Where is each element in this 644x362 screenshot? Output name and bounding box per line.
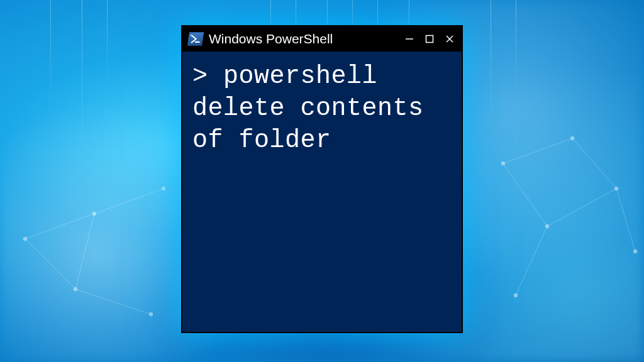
svg-line-10 — [503, 138, 572, 163]
svg-rect-23 — [426, 36, 433, 43]
titlebar[interactable]: Windows PowerShell — [182, 26, 462, 52]
svg-point-7 — [74, 287, 77, 291]
svg-line-2 — [75, 289, 151, 314]
svg-line-15 — [616, 189, 635, 251]
svg-point-8 — [149, 312, 153, 316]
svg-point-20 — [514, 293, 518, 297]
svg-line-4 — [94, 189, 164, 214]
command-text: powershell delete contents of folder — [192, 62, 424, 155]
svg-line-1 — [75, 214, 94, 289]
svg-line-12 — [503, 163, 547, 226]
svg-point-6 — [92, 212, 96, 216]
svg-line-0 — [25, 214, 94, 239]
svg-point-21 — [633, 250, 637, 253]
svg-point-9 — [162, 187, 165, 190]
close-button[interactable] — [444, 33, 455, 45]
minimize-button[interactable] — [404, 33, 415, 45]
svg-point-5 — [23, 237, 27, 241]
svg-line-11 — [572, 138, 616, 189]
svg-line-14 — [516, 226, 547, 295]
svg-point-18 — [614, 187, 618, 190]
maximize-button[interactable] — [424, 33, 435, 45]
svg-point-17 — [570, 136, 574, 140]
powershell-window: Windows PowerShell > powershell delete c… — [181, 25, 463, 333]
svg-point-19 — [545, 224, 549, 228]
terminal-body[interactable]: > powershell delete contents of folder — [182, 52, 462, 166]
svg-line-13 — [547, 189, 616, 226]
svg-line-3 — [25, 239, 75, 289]
window-title: Windows PowerShell — [209, 31, 399, 47]
prompt-symbol: > — [192, 62, 208, 90]
powershell-icon — [187, 32, 204, 46]
svg-point-16 — [501, 162, 505, 165]
window-controls — [404, 33, 455, 45]
